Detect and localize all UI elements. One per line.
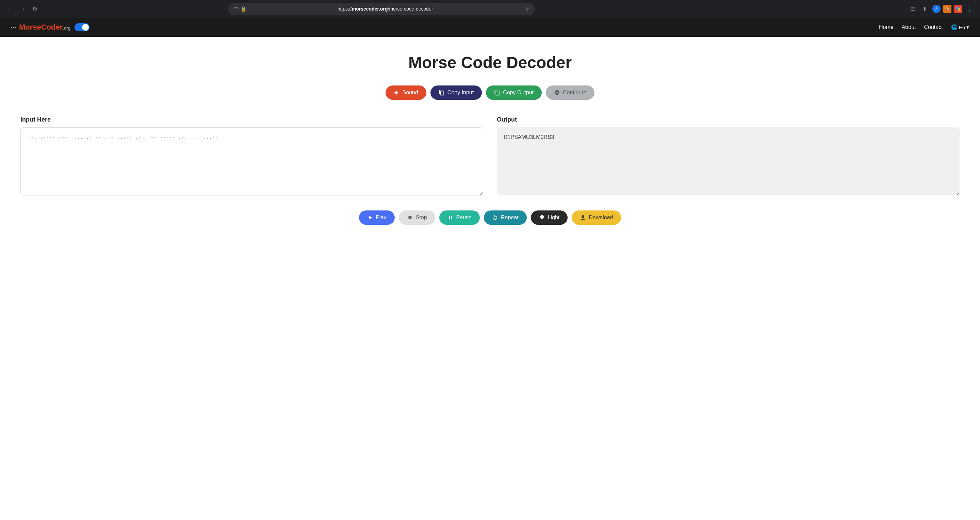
menu-button[interactable]: ⋮	[965, 4, 975, 14]
main-content: Morse Code Decoder Sound Copy Input Copy…	[0, 37, 980, 238]
output-label: Output	[497, 116, 959, 123]
extension-badge-3[interactable]: 🎭	[954, 5, 962, 13]
star-icon[interactable]: ☆	[524, 6, 529, 12]
lightbulb-icon	[539, 215, 545, 221]
nav-contact[interactable]: Contact	[924, 24, 943, 30]
page-title: Morse Code Decoder	[21, 53, 959, 72]
back-button[interactable]: ←	[5, 4, 15, 14]
light-button[interactable]: Light	[531, 211, 568, 225]
input-textarea[interactable]: .-. .---- .--. ... .- -- ..- ...-- .-.. …	[21, 128, 483, 195]
extension-badge-2[interactable]: 🍪	[943, 5, 951, 13]
io-row: Input Here .-. .---- .--. ... .- -- ..- …	[21, 116, 959, 197]
nav-buttons: ← → ↻	[5, 4, 40, 14]
download-button[interactable]: Download	[572, 211, 621, 225]
pause-icon	[447, 215, 453, 221]
nav-home[interactable]: Home	[879, 24, 894, 30]
svg-rect-0	[408, 216, 411, 219]
play-icon	[367, 215, 373, 221]
repeat-button[interactable]: Repeat	[484, 211, 527, 225]
download-icon	[580, 215, 586, 221]
reload-button[interactable]: ↻	[30, 4, 40, 14]
security-icons: 🛡 🔒	[234, 6, 247, 11]
logo-link[interactable]: --- MorseCoder.org	[11, 23, 70, 32]
repeat-icon	[492, 215, 498, 221]
pause-button[interactable]: Pause	[439, 211, 480, 225]
stop-button[interactable]: Stop	[399, 211, 435, 225]
playback-buttons: Play Stop Pause Repeat Light Download	[21, 211, 959, 225]
copy-output-icon	[494, 89, 500, 96]
output-column: Output R1PSAMU3LM0RS3	[497, 116, 959, 197]
shield-icon: 🛡	[234, 6, 239, 11]
browser-chrome: ← → ↻ 🛡 🔒 https://morsecoder.org/morse-c…	[0, 0, 980, 18]
toggle-knob	[82, 24, 89, 31]
address-bar[interactable]: 🛡 🔒 https://morsecoder.org/morse-code-de…	[228, 3, 535, 15]
nav-links: Home About Contact 🌐 En ▾	[879, 24, 969, 30]
lock-icon: 🔒	[240, 6, 247, 11]
language-button[interactable]: 🌐 En ▾	[951, 24, 969, 30]
gear-icon	[554, 89, 560, 96]
stop-icon	[407, 215, 413, 221]
action-buttons: Sound Copy Input Copy Output Configure	[21, 86, 959, 100]
reader-mode-button[interactable]: ☰	[908, 4, 917, 14]
logo-morse-symbol: ---	[11, 25, 16, 30]
forward-button[interactable]: →	[18, 4, 27, 14]
output-box: R1PSAMU3LM0RS3	[497, 128, 959, 195]
browser-actions: ☰ ⬇ 8 🍪 🎭 ⋮	[908, 4, 975, 14]
logo-name: MorseCoder.org	[19, 23, 70, 32]
copy-input-button[interactable]: Copy Input	[430, 86, 482, 100]
copy-icon	[439, 89, 445, 96]
nav-about[interactable]: About	[902, 24, 916, 30]
copy-output-button[interactable]: Copy Output	[486, 86, 542, 100]
sound-button[interactable]: Sound	[385, 86, 426, 100]
extension-badge-1[interactable]: 8	[932, 5, 940, 13]
theme-toggle[interactable]	[75, 23, 89, 31]
play-button[interactable]: Play	[359, 211, 395, 225]
configure-button[interactable]: Configure	[546, 86, 595, 100]
speaker-icon	[394, 89, 400, 96]
output-value: R1PSAMU3LM0RS3	[504, 134, 554, 140]
input-column: Input Here .-. .---- .--. ... .- -- ..- …	[21, 116, 483, 197]
input-label: Input Here	[21, 116, 483, 123]
url-display: https://morsecoder.org/morse-code-decode…	[249, 6, 522, 11]
globe-icon: 🌐	[951, 24, 958, 30]
lang-label: En	[959, 24, 965, 30]
chevron-down-icon: ▾	[966, 24, 969, 30]
bookmark-button[interactable]: ⬇	[920, 4, 930, 14]
navbar: --- MorseCoder.org Home About Contact 🌐 …	[0, 18, 980, 37]
